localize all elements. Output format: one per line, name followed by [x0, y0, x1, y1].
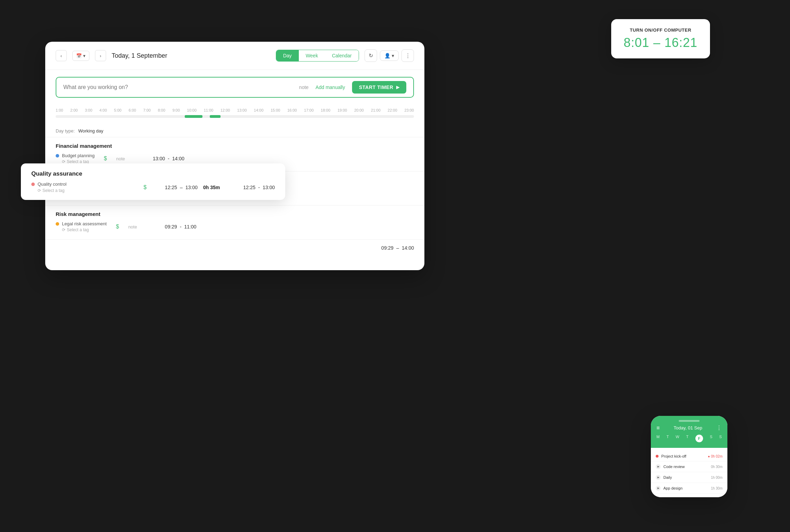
play-button[interactable]: ▶: [656, 486, 661, 491]
mobile-day-wed[interactable]: W: [676, 435, 679, 442]
note-field: note: [116, 156, 137, 161]
user-icon: 👤: [384, 53, 390, 58]
billable-icon: $: [140, 184, 150, 191]
qa-dash: –: [180, 185, 183, 190]
day-type-value: Working day: [78, 128, 103, 134]
mobile-task-time: 1h 00m: [711, 476, 723, 479]
header-actions: ↻ 👤 ▾ ⋮: [365, 49, 414, 62]
total-start: 09:29: [381, 245, 393, 251]
task-dot: [31, 183, 35, 186]
task-name: Legal risk assessment: [62, 221, 107, 226]
qa-project-title: Quality assurance: [31, 170, 275, 177]
mobile-task-name: Daily: [663, 475, 708, 479]
task-dot: [56, 222, 59, 226]
mobile-day-mon[interactable]: M: [656, 435, 660, 442]
more-button[interactable]: ⋮: [401, 49, 414, 62]
mobile-more-icon: ⋮: [716, 425, 722, 431]
task-dot: [656, 455, 659, 458]
mobile-days: M T W T F S S: [656, 435, 722, 442]
table-row: Legal risk assessment ⟳ Select a tag $ n…: [56, 220, 414, 234]
timer-bar: note Add manually START TIMER: [56, 77, 414, 98]
day-type: Day type: Working day: [45, 125, 424, 137]
timeline-block-1: [185, 115, 203, 118]
main-window: ‹ 📅 ▾ › Today, 1 September Day Week Cale…: [45, 42, 424, 270]
mobile-menu-icon: ≡: [656, 425, 660, 431]
timeline-block-2: [210, 115, 221, 118]
header: ‹ 📅 ▾ › Today, 1 September Day Week Cale…: [45, 42, 424, 70]
mobile-task-name: Project kick-off: [661, 454, 705, 458]
mobile-day-fri[interactable]: F: [695, 435, 703, 442]
task-input[interactable]: [63, 84, 292, 90]
list-item: ▶ Daily 1h 00m: [651, 472, 727, 483]
timeline-hours: 1:00 2:00 3:00 4:00 5:00 6:00 7:00 8:00 …: [56, 108, 414, 112]
mobile-task-time: 1h 30m: [711, 486, 723, 490]
mobile-top: ≡ Today, 01 Sep ⋮: [656, 425, 722, 431]
tab-day[interactable]: Day: [276, 50, 299, 61]
timeline-bar: [56, 115, 414, 118]
computer-popup: TURN ON/OFF COMPUTER 8:01 – 16:21: [611, 19, 710, 58]
note-label: note: [299, 84, 309, 90]
calendar-icon: 📅: [76, 53, 82, 58]
mobile-task-name: Code review: [663, 465, 708, 469]
computer-popup-time: 8:01 – 16:21: [624, 35, 697, 50]
header-date: Today, 1 September: [112, 52, 270, 59]
tab-calendar[interactable]: Calendar: [325, 50, 359, 61]
chevron-down-icon: ▾: [392, 53, 394, 58]
prev-button[interactable]: ‹: [56, 50, 67, 61]
task-times: 13:00 - 14:00: [143, 156, 184, 161]
chevron-down-icon: ▾: [83, 53, 86, 58]
mobile-day-sun[interactable]: S: [719, 435, 722, 442]
mobile-date: Today, 01 Sep: [674, 425, 702, 430]
billable-icon: $: [100, 155, 111, 162]
view-tabs: Day Week Calendar: [276, 50, 359, 62]
list-item: ▶ App design 1h 30m: [651, 483, 727, 494]
tag-icon: ⟳: [38, 188, 41, 193]
scene: TURN ON/OFF COMPUTER 8:01 – 16:21 ‹ 📅 ▾ …: [0, 0, 790, 532]
total-end: 14:00: [402, 245, 414, 251]
timeline: 1:00 2:00 3:00 4:00 5:00 6:00 7:00 8:00 …: [45, 105, 424, 125]
tag-icon: ⟳: [62, 227, 65, 232]
mobile-day-tue[interactable]: T: [667, 435, 669, 442]
play-button[interactable]: ▶: [656, 475, 661, 480]
note-field: note: [128, 224, 149, 229]
mobile-task-name: App design: [663, 486, 708, 490]
mobile-task-time: ● 0h 02m: [708, 454, 723, 458]
mobile-task-time: 0h 30m: [711, 465, 723, 469]
mobile-notch: [679, 420, 700, 422]
qa-start: 12:25: [165, 185, 177, 190]
tab-week[interactable]: Week: [299, 50, 325, 61]
task-times: 09:29 - 11:00: [155, 224, 197, 229]
refresh-button[interactable]: ↻: [365, 49, 377, 62]
task-dot: [56, 154, 59, 158]
project-title-risk: Risk management: [56, 211, 414, 217]
mobile-app: ≡ Today, 01 Sep ⋮ M T W T F S S Project …: [651, 416, 727, 497]
billable-icon: $: [112, 224, 123, 230]
qa-row: Quality control ⟳ Select a tag $ 12:25 –…: [31, 182, 275, 193]
list-item: ▶ Code review 0h 30m: [651, 461, 727, 472]
tag-label: Select a tag: [67, 227, 89, 232]
qa-end: 13:00: [185, 185, 198, 190]
next-button[interactable]: ›: [95, 50, 106, 61]
mobile-day-thu[interactable]: T: [686, 435, 688, 442]
total-row: 09:29 – 14:00: [45, 239, 424, 256]
mobile-header: ≡ Today, 01 Sep ⋮ M T W T F S S: [651, 416, 727, 448]
tag-label: Select a tag: [42, 188, 64, 193]
mobile-day-sat[interactable]: S: [710, 435, 712, 442]
qa-duration: 0h 35m: [203, 185, 228, 190]
play-button[interactable]: ▶: [656, 464, 661, 469]
calendar-button[interactable]: 📅 ▾: [72, 51, 89, 61]
qa-times-2: 12:25 - 13:00: [233, 185, 275, 190]
add-manually-button[interactable]: Add manually: [316, 84, 345, 90]
start-timer-button[interactable]: START TIMER: [352, 81, 406, 94]
computer-popup-title: TURN ON/OFF COMPUTER: [624, 27, 697, 33]
mobile-body: Project kick-off ● 0h 02m ▶ Code review …: [651, 448, 727, 497]
list-item: Project kick-off ● 0h 02m: [651, 451, 727, 461]
qa-card: Quality assurance Quality control ⟳ Sele…: [21, 163, 285, 200]
qa-times: 12:25 – 13:00: [156, 185, 198, 190]
project-title-financial: Financial management: [56, 143, 414, 149]
task-section-risk: Risk management Legal risk assessment ⟳ …: [45, 205, 424, 239]
day-type-label: Day type:: [56, 128, 75, 134]
qa-task-name: Quality control: [38, 182, 134, 187]
task-name: Budget planning: [62, 153, 95, 158]
user-button[interactable]: 👤 ▾: [380, 50, 399, 61]
